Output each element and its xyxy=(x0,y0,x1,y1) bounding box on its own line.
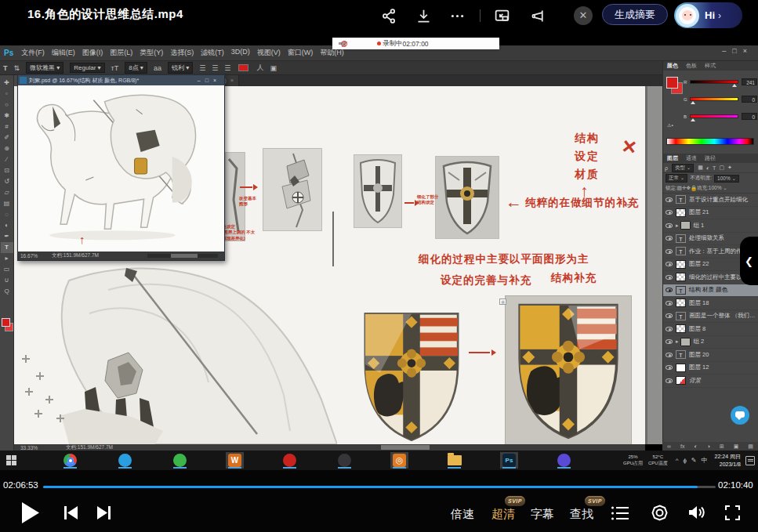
antialias-select[interactable]: 锐利 ▾ xyxy=(168,62,193,74)
eye-icon[interactable] xyxy=(666,378,673,383)
layer-row[interactable]: 图层 21 xyxy=(663,207,758,220)
align-center-icon[interactable]: ☰ xyxy=(212,64,218,72)
caret-icon[interactable]: ▸ xyxy=(676,338,679,345)
volume-icon[interactable] xyxy=(688,505,705,520)
eye-icon[interactable] xyxy=(666,313,673,318)
hand-tool[interactable]: ∪ xyxy=(1,275,13,286)
move-tool[interactable]: ✚ xyxy=(1,78,13,89)
search-button[interactable]: 查找 xyxy=(570,507,593,522)
eye-icon[interactable] xyxy=(666,327,673,331)
color-spectrum-bar[interactable] xyxy=(666,138,754,145)
taskbar-app-app-dark[interactable] xyxy=(335,452,354,469)
eyedropper-tool[interactable]: ✐ xyxy=(1,132,13,143)
color-foreground-swatch[interactable] xyxy=(666,77,678,89)
layer-row[interactable]: 图层 12 xyxy=(663,362,758,375)
next-button[interactable] xyxy=(97,506,111,519)
layer-row[interactable]: ▸组 1 xyxy=(663,219,758,233)
menu-文件(F)[interactable]: 文件(F) xyxy=(21,48,45,58)
crop-tool[interactable]: # xyxy=(1,121,13,132)
history-brush-tool[interactable]: ↺ xyxy=(1,176,13,187)
menu-类型(Y)[interactable]: 类型(Y) xyxy=(140,48,163,58)
eye-icon[interactable] xyxy=(666,301,673,306)
mini-player-icon[interactable] xyxy=(494,8,510,24)
h-scrollbar-thumb[interactable] xyxy=(381,445,430,450)
caret-icon[interactable]: ▸ xyxy=(676,223,679,229)
panel-toggle-icon[interactable]: ▣ xyxy=(270,64,277,72)
cast-screen-icon[interactable] xyxy=(530,8,546,24)
layers-panel-tabs[interactable]: 图层 通道 路径 xyxy=(663,154,758,163)
red-slider[interactable]: R241 xyxy=(684,78,757,85)
layer-row[interactable]: 背景 xyxy=(663,375,758,388)
taskbar-clock[interactable]: 22:24 周日2023/1/8 xyxy=(715,453,741,467)
layer-row[interactable]: 图层 8 xyxy=(663,323,758,336)
green-slider[interactable]: G0 xyxy=(684,96,757,103)
lasso-tool[interactable]: ○ xyxy=(1,100,13,110)
font-family-select[interactable]: 微软雅黑 ▾ xyxy=(26,62,63,74)
ps-window-buttons[interactable]: –□× xyxy=(722,47,753,55)
playlist-icon[interactable] xyxy=(611,506,629,520)
text-color-swatch[interactable] xyxy=(238,64,248,71)
video-frame[interactable]: 录制中02:07:00 Ps 文件(F)编辑(E)图像(I)图层(L)类型(Y)… xyxy=(0,31,758,470)
floating-window-titlebar[interactable]: 刘聚.psd @ 16.67%(结构 材质 颜色, RGB/8)* –□× xyxy=(18,75,224,85)
record-frame-icon[interactable] xyxy=(651,505,668,521)
layer-row[interactable]: 图层 18 xyxy=(663,297,758,310)
layers-panel-footer[interactable]: ∞fx◐◑⊞▣▤ xyxy=(662,442,758,451)
layer-row[interactable]: T结构 材质 颜色 xyxy=(663,284,758,298)
eye-icon[interactable] xyxy=(666,288,673,292)
menu-视图(V)[interactable]: 视图(V) xyxy=(257,48,281,58)
menu-3D(D)[interactable]: 3D(D) xyxy=(231,48,250,58)
eye-icon[interactable] xyxy=(666,353,673,357)
eye-icon[interactable] xyxy=(666,275,673,280)
play-button[interactable] xyxy=(21,502,39,523)
align-right-icon[interactable]: ☰ xyxy=(224,64,230,72)
menu-图层(L)[interactable]: 图层(L) xyxy=(110,48,132,58)
progress-bar[interactable] xyxy=(43,486,716,488)
canvas-scrollbar[interactable] xyxy=(645,86,647,444)
sidebar-collapse-handle[interactable]: ❮ xyxy=(740,237,758,285)
font-style-select[interactable]: Regular ▾ xyxy=(70,63,104,73)
ime-icon[interactable]: 中 xyxy=(702,456,708,465)
healing-tool[interactable]: ⊕ xyxy=(1,143,13,154)
layers-filter-row[interactable]: ρ类型 ⌄ ▦◐T▢✦ xyxy=(663,163,758,173)
quality-button[interactable]: 超清 xyxy=(491,507,515,522)
taskbar-app-app-orange-c[interactable]: ◎ xyxy=(390,452,408,469)
taskbar-app-app-red[interactable] xyxy=(281,452,299,469)
eye-icon[interactable] xyxy=(666,249,673,254)
gradient-tool[interactable]: ▤ xyxy=(1,198,13,209)
layer-row[interactable]: ▸组 2 xyxy=(663,336,758,349)
floating-document-window[interactable]: 刘聚.psd @ 16.67%(结构 材质 颜色, RGB/8)* –□× ↑ … xyxy=(17,74,225,261)
menu-图像(I)[interactable]: 图像(I) xyxy=(82,48,103,58)
tray-expand-icon[interactable]: ^ xyxy=(676,457,679,464)
dodge-tool[interactable]: ◐ xyxy=(1,220,13,231)
start-button[interactable] xyxy=(6,455,16,465)
layer-row[interactable]: T图层 20 xyxy=(663,349,758,362)
pen-tool[interactable]: ✒ xyxy=(1,231,13,242)
menu-选择(S)[interactable]: 选择(S) xyxy=(170,48,194,58)
taskbar-app-word-orange[interactable]: W xyxy=(226,452,244,469)
color-panel-tabs[interactable]: 颜色 色板 样式 xyxy=(663,61,758,71)
menu-窗口(W)[interactable]: 窗口(W) xyxy=(288,48,314,58)
download-icon[interactable] xyxy=(415,8,432,24)
h-scrollbar[interactable] xyxy=(147,254,218,258)
taskbar-app-explorer[interactable] xyxy=(445,452,463,469)
eraser-tool[interactable]: ▱ xyxy=(1,187,13,198)
foreground-color-swatch[interactable] xyxy=(2,318,10,327)
pen-icon[interactable]: ✎ xyxy=(691,457,697,464)
eye-icon[interactable] xyxy=(666,339,673,344)
generate-summary-button[interactable]: 生成摘要 xyxy=(602,4,668,25)
taskbar-app-app-green[interactable] xyxy=(171,452,189,469)
taskbar-app-app-blue[interactable] xyxy=(116,452,134,469)
more-icon[interactable] xyxy=(449,8,466,24)
taskbar-app-app-purple[interactable] xyxy=(555,452,573,469)
align-left-icon[interactable]: ☰ xyxy=(199,64,205,72)
fullscreen-icon[interactable] xyxy=(725,505,740,520)
marquee-tool[interactable]: ▫ xyxy=(1,89,13,100)
layers-blend-row[interactable]: 正常 ⌄ 不透明度: 100% ⌄ xyxy=(663,173,758,183)
close-icon[interactable]: ✕ xyxy=(574,6,593,25)
taskbar-app-photoshop[interactable]: Ps xyxy=(500,452,518,469)
eye-icon[interactable] xyxy=(666,197,673,202)
previous-button[interactable] xyxy=(64,506,78,519)
eye-icon[interactable] xyxy=(666,210,673,215)
type-tool[interactable]: T xyxy=(1,242,13,253)
subtitle-button[interactable]: 字幕 xyxy=(531,507,554,522)
